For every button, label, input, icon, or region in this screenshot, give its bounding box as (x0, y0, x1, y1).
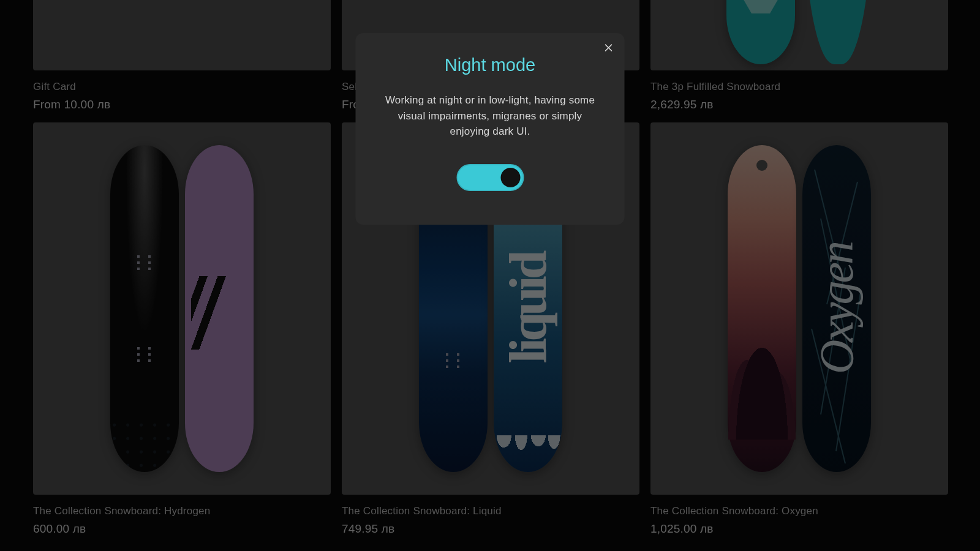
close-button[interactable] (603, 42, 615, 54)
close-icon (605, 44, 612, 51)
toggle-knob (500, 168, 520, 187)
night-mode-toggle[interactable] (456, 164, 524, 191)
night-mode-modal: Night mode Working at night or in low-li… (356, 33, 625, 225)
modal-title: Night mode (375, 55, 605, 75)
modal-description: Working at night or in low-light, having… (375, 92, 605, 140)
